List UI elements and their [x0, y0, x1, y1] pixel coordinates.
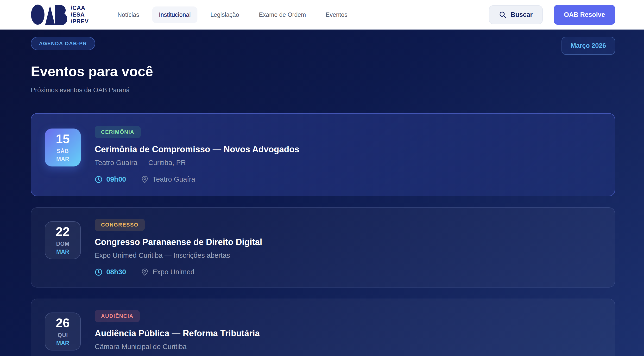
event-location-group: Expo Unimed — [141, 268, 194, 276]
event-weekday: DOM — [56, 241, 69, 247]
event-category-badge: CONGRESSO — [95, 219, 145, 231]
event-date-box: 26 QUI MAR — [45, 313, 81, 351]
main-content: AGENDA OAB-PR Março 2026 Eventos para vo… — [0, 37, 644, 356]
clock-icon — [95, 268, 102, 276]
search-icon — [499, 11, 506, 18]
event-description: Expo Unimed Curitiba — Inscrições aberta… — [95, 251, 230, 259]
event-time: 08h30 — [106, 268, 126, 276]
page-title: Eventos para você — [31, 63, 615, 79]
clock-icon — [95, 176, 102, 183]
event-month: MAR — [56, 156, 69, 162]
oab-logo-suffix: /CAA /ESA /PREV — [71, 4, 89, 25]
search-button-label: Buscar — [510, 11, 533, 18]
event-time: 09h00 — [106, 175, 126, 183]
event-weekday: SÁB — [57, 148, 69, 155]
event-location: Expo Unimed — [152, 268, 194, 276]
event-description: Câmara Municipal de Curitiba — [95, 343, 186, 351]
nav-item-exame-de-ordem[interactable]: Exame de Ordem — [252, 6, 312, 23]
oab-logo-mark — [31, 4, 67, 25]
map-pin-icon — [141, 268, 148, 276]
event-meta-row: 08h30 Expo Unimed — [95, 268, 194, 276]
event-location: Teatro Guaíra — [152, 175, 195, 183]
event-time-group: 08h30 — [95, 268, 126, 276]
top-navigation-bar: /CAA /ESA /PREV NotíciasInstitucionalLeg… — [0, 0, 644, 29]
search-button[interactable]: Buscar — [489, 5, 543, 24]
event-title: Cerimônia de Compromisso — Novos Advogad… — [95, 144, 300, 155]
event-month: MAR — [56, 249, 69, 255]
header-actions: Buscar OAB Resolve — [489, 5, 615, 25]
event-description: Teatro Guaíra — Curitiba, PR — [95, 159, 186, 167]
event-card[interactable]: 26 QUI MAR AUDIÊNCIA Audiência Pública —… — [31, 299, 615, 356]
event-category-badge: CERIMÔNIA — [95, 126, 141, 138]
event-day: 15 — [56, 133, 70, 145]
event-content: AUDIÊNCIA Audiência Pública — Reforma Tr… — [95, 310, 260, 356]
oab-resolve-button[interactable]: OAB Resolve — [554, 5, 615, 25]
event-location-group: Teatro Guaíra — [141, 175, 195, 183]
page-subtitle: Próximos eventos da OAB Paraná — [31, 86, 615, 94]
event-meta-row: 09h00 Teatro Guaíra — [95, 175, 195, 183]
nav-item-notícias[interactable]: Notícias — [111, 6, 146, 23]
event-weekday: QUI — [58, 332, 68, 339]
event-month: MAR — [56, 340, 69, 347]
event-day: 26 — [56, 317, 70, 329]
hero-top-row: AGENDA OAB-PR Março 2026 — [31, 37, 615, 55]
events-list: 15 SÁB MAR CERIMÔNIA Cerimônia de Compro… — [31, 113, 615, 356]
nav-item-institucional[interactable]: Institucional — [152, 6, 198, 23]
event-time-group: 09h00 — [95, 175, 126, 183]
event-title: Congresso Paranaense de Direito Digital — [95, 237, 262, 247]
event-day: 22 — [56, 225, 70, 238]
nav-item-eventos[interactable]: Eventos — [319, 6, 354, 23]
event-date-box: 15 SÁB MAR — [45, 129, 81, 167]
event-category-badge: AUDIÊNCIA — [95, 310, 140, 322]
month-chip[interactable]: Março 2026 — [562, 37, 615, 55]
event-content: CERIMÔNIA Cerimônia de Compromisso — Nov… — [95, 126, 300, 183]
event-card[interactable]: 15 SÁB MAR CERIMÔNIA Cerimônia de Compro… — [31, 113, 615, 196]
event-date-box: 22 DOM MAR — [45, 221, 81, 259]
oab-logo[interactable]: /CAA /ESA /PREV — [31, 4, 89, 25]
nav-item-legislação[interactable]: Legislação — [204, 6, 246, 23]
agenda-badge[interactable]: AGENDA OAB-PR — [31, 37, 95, 50]
event-title: Audiência Pública — Reforma Tributária — [95, 328, 260, 339]
main-nav: NotíciasInstitucionalLegislaçãoExame de … — [111, 6, 354, 23]
map-pin-icon — [141, 176, 148, 183]
event-card[interactable]: 22 DOM MAR CONGRESSO Congresso Paranaens… — [31, 207, 615, 288]
event-content: CONGRESSO Congresso Paranaense de Direit… — [95, 219, 262, 276]
